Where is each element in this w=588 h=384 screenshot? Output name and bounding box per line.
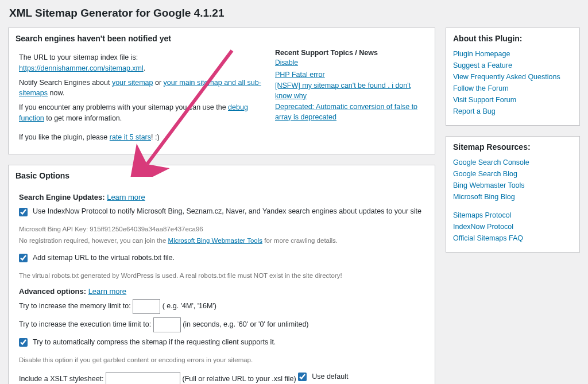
about-link[interactable]: Report a Bug	[453, 107, 496, 115]
robots-hint: The virtual robots.txt generated by Word…	[19, 271, 424, 280]
resource-link[interactable]: Sitemaps Protocol	[453, 211, 511, 219]
notify-left: The URL to your sitemap index file is: h…	[19, 49, 261, 146]
news-disable-link[interactable]: Disable	[275, 58, 424, 68]
about-title: About this Plugin:	[446, 28, 579, 43]
xslt-default-label: Use default	[312, 370, 348, 384]
resource-link[interactable]: Microsoft Bing Blog	[453, 193, 515, 201]
robots-checkbox[interactable]	[19, 254, 28, 262]
seu-learn-more-link[interactable]: Learn more	[107, 193, 145, 201]
notify-box: Search engines haven't been notified yet…	[8, 28, 435, 154]
basic-options-box: Basic Options Search Engine Updates: Lea…	[8, 165, 435, 384]
about-link[interactable]: Plugin Homepage	[453, 50, 510, 58]
advanced-options-label: Advanced options:	[19, 287, 88, 296]
sitemap-resources-box: Sitemap Resources: Google Search Console…	[446, 136, 580, 253]
page-title: XML Sitemap Generator for Google 4.1.21	[9, 7, 580, 20]
resource-link[interactable]: Bing Webmaster Tools	[453, 181, 525, 189]
adv-learn-more-link[interactable]: Learn more	[88, 287, 126, 296]
bing-webmaster-tools-link[interactable]: Microsoft Bing Webmaster Tools	[168, 237, 262, 244]
notify-title: Search engines haven't been notified yet	[9, 28, 435, 49]
about-link[interactable]: Follow the Forum	[453, 84, 509, 92]
memory-limit-input[interactable]	[133, 299, 160, 314]
basic-options-title: Basic Options	[9, 165, 435, 186]
resources-title: Sitemap Resources:	[446, 137, 579, 152]
exec-label: Try to increase the execution time limit…	[19, 320, 153, 328]
xslt-input[interactable]	[106, 372, 180, 384]
xslt-label: Include a XSLT stylesheet:	[19, 375, 106, 383]
xslt-default-checkbox[interactable]	[298, 373, 307, 381]
about-link[interactable]: Suggest a Feature	[453, 61, 512, 69]
search-engine-updates-label: Search Engine Updates:	[19, 193, 107, 201]
sitemap-url-prefix: The URL to your sitemap index file is:	[19, 53, 138, 61]
memory-label: Try to increase the memory limit to:	[19, 302, 133, 310]
about-plugin-box: About this Plugin: Plugin Homepage Sugge…	[446, 28, 580, 126]
about-link[interactable]: View Frequently Asked Questions	[453, 73, 560, 81]
execution-time-input[interactable]	[153, 317, 181, 332]
resource-link[interactable]: IndexNow Protocol	[453, 223, 513, 231]
main-column: Search engines haven't been notified yet…	[8, 28, 435, 384]
bing-api-key: Microsoft Bing API Key: 915ff91250e64039…	[19, 224, 424, 234]
indexnow-checkbox[interactable]	[19, 208, 28, 216]
rate-plugin-link[interactable]: rate it 5 stars	[110, 133, 151, 141]
resource-link[interactable]: Google Search Blog	[453, 170, 517, 178]
sitemap-url-link[interactable]: https://dennishammer.com/sitemap.xml	[19, 64, 144, 72]
notify-your-sitemap-link[interactable]: your sitemap	[112, 79, 153, 87]
news-item[interactable]: PHP Fatal error	[275, 70, 424, 80]
sidebar: About this Plugin: Plugin Homepage Sugge…	[446, 28, 580, 384]
resource-link[interactable]: Google Search Console	[453, 158, 529, 166]
indexnow-label: Use IndexNow Protocol to notify Microsof…	[33, 205, 421, 219]
news-item[interactable]: Deprecated: Automatic conversion of fals…	[275, 102, 424, 122]
resource-link[interactable]: Official Sitemaps FAQ	[453, 234, 523, 242]
compress-label: Try to automatically compress the sitema…	[33, 336, 276, 350]
robots-label: Add sitemap URL to the virtual robots.tx…	[33, 251, 175, 265]
compress-hint: Disable this option if you get garbled c…	[19, 355, 424, 364]
compress-checkbox[interactable]	[19, 338, 28, 347]
about-link[interactable]: Visit Support Forum	[453, 96, 516, 104]
news-title: Recent Support Topics / News	[275, 49, 378, 57]
layout: Search engines haven't been notified yet…	[8, 28, 580, 384]
news-item[interactable]: [NSFW] my sitemap can't be found , i don…	[275, 81, 424, 101]
notify-right: Recent Support Topics / News Disable PHP…	[275, 49, 424, 146]
